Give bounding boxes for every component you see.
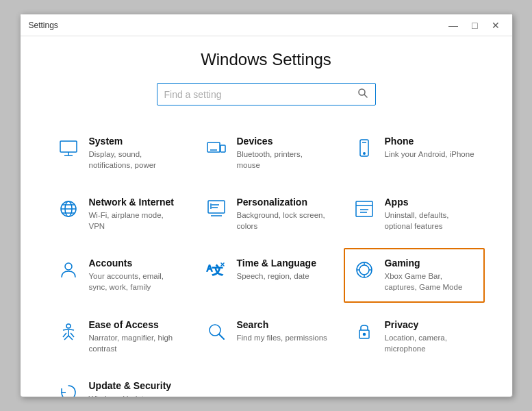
minimize-button[interactable]: — (444, 18, 462, 32)
window-controls: — □ ✕ (444, 18, 503, 32)
setting-name-gaming: Gaming (385, 258, 477, 269)
setting-item-apps[interactable]: Apps Uninstall, defaults, optional featu… (344, 187, 485, 241)
setting-desc-devices: Bluetooth, printers, mouse (237, 149, 329, 171)
setting-desc-system: Display, sound, notifications, power (89, 149, 181, 171)
setting-desc-apps: Uninstall, defaults, optional features (385, 210, 477, 232)
setting-name-accounts: Accounts (89, 258, 181, 269)
svg-rect-2 (60, 141, 77, 152)
update-security-icon (56, 380, 81, 397)
setting-item-network[interactable]: Network & Internet Wi-Fi, airplane mode,… (48, 187, 189, 241)
apps-icon (352, 197, 377, 221)
privacy-icon (352, 319, 377, 344)
search-icon (357, 88, 368, 101)
setting-desc-gaming: Xbox Game Bar, captures, Game Mode (385, 271, 477, 292)
setting-name-ease-of-access: Ease of Access (89, 319, 181, 330)
setting-item-privacy[interactable]: Privacy Location, camera, microphone (344, 310, 485, 364)
setting-item-accounts[interactable]: Accounts Your accounts, email, sync, wor… (48, 248, 189, 302)
search-icon (204, 319, 229, 344)
network-icon (56, 197, 81, 221)
svg-text:文: 文 (212, 264, 223, 276)
setting-desc-accounts: Your accounts, email, sync, work, family (89, 271, 181, 292)
setting-name-privacy: Privacy (385, 319, 477, 330)
svg-rect-6 (220, 145, 225, 152)
setting-name-apps: Apps (385, 197, 477, 208)
setting-desc-privacy: Location, camera, microphone (385, 332, 477, 354)
setting-name-personalization: Personalization (237, 197, 329, 208)
svg-rect-5 (207, 142, 220, 152)
setting-item-devices[interactable]: Devices Bluetooth, printers, mouse (196, 126, 337, 180)
svg-rect-20 (356, 201, 372, 216)
setting-desc-personalization: Background, lock screen, colors (237, 210, 329, 232)
settings-grid: System Display, sound, notifications, po… (48, 126, 485, 397)
maximize-button[interactable]: □ (468, 18, 481, 32)
setting-name-devices: Devices (237, 136, 329, 147)
accounts-icon (56, 258, 81, 282)
setting-item-ease-of-access[interactable]: Ease of Access Narrator, magnifier, high… (48, 310, 189, 364)
setting-item-phone[interactable]: Phone Link your Android, iPhone (344, 126, 485, 180)
setting-desc-network: Wi-Fi, airplane mode, VPN (89, 210, 181, 232)
setting-name-search: Search (237, 319, 329, 330)
setting-item-personalization[interactable]: Personalization Background, lock screen,… (196, 187, 337, 241)
settings-window: Settings — □ ✕ Windows Settings System D… (20, 14, 513, 397)
setting-desc-phone: Link your Android, iPhone (385, 149, 477, 160)
ease-of-access-icon (56, 319, 81, 344)
setting-name-network: Network & Internet (89, 197, 181, 208)
setting-desc-ease-of-access: Narrator, magnifier, high contrast (89, 332, 181, 354)
svg-point-9 (363, 153, 364, 154)
svg-point-28 (359, 265, 369, 275)
svg-point-33 (66, 324, 71, 328)
close-button[interactable]: ✕ (487, 18, 504, 32)
window-title: Settings (29, 21, 58, 30)
setting-name-system: System (89, 136, 181, 147)
svg-line-1 (364, 95, 367, 97)
setting-desc-time-language: Speech, region, date (237, 271, 329, 282)
setting-name-phone: Phone (385, 136, 477, 147)
system-icon (56, 136, 81, 160)
page-title: Windows Settings (48, 50, 485, 69)
setting-name-update-security: Update & Security (89, 380, 181, 391)
gaming-icon (352, 258, 377, 282)
devices-icon (204, 136, 229, 160)
search-bar (157, 83, 376, 105)
main-content: Windows Settings System Display, sound, … (21, 36, 512, 397)
setting-item-update-security[interactable]: Update & Security Windows Update, recove… (48, 371, 189, 397)
svg-point-24 (65, 263, 72, 270)
svg-line-35 (219, 334, 224, 339)
phone-icon (352, 136, 377, 160)
setting-name-time-language: Time & Language (237, 258, 329, 269)
setting-item-search[interactable]: Search Find my files, permissions (196, 310, 337, 364)
setting-item-system[interactable]: System Display, sound, notifications, po… (48, 126, 189, 180)
setting-item-gaming[interactable]: Gaming Xbox Game Bar, captures, Game Mod… (344, 248, 485, 302)
setting-desc-search: Find my files, permissions (237, 332, 329, 343)
setting-item-time-language[interactable]: A文 Time & Language Speech, region, date (196, 248, 337, 302)
search-input[interactable] (164, 89, 357, 100)
personalization-icon (204, 197, 229, 221)
svg-point-37 (363, 333, 365, 335)
time-language-icon: A文 (204, 258, 229, 282)
svg-text:A: A (207, 264, 212, 273)
setting-desc-update-security: Windows Update, recovery, backup (89, 393, 181, 397)
title-bar: Settings — □ ✕ (21, 14, 512, 36)
